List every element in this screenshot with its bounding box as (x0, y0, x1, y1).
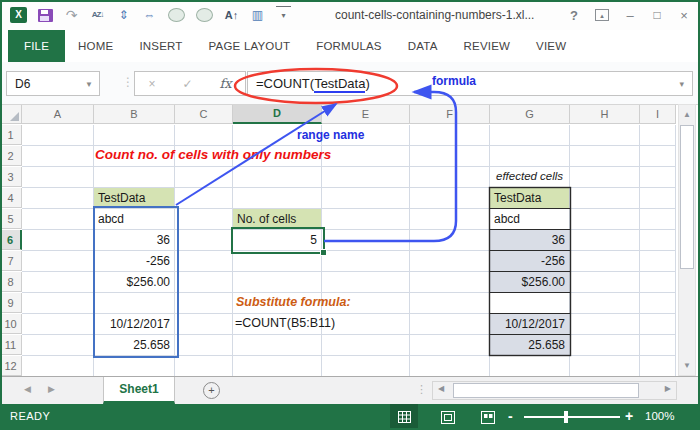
cell-E6[interactable] (322, 230, 410, 251)
sheet-tab[interactable]: Sheet1 (103, 377, 175, 404)
cell-I3[interactable] (640, 167, 676, 188)
cell-G12[interactable] (490, 356, 570, 377)
cell-C10[interactable] (175, 314, 233, 335)
sheet-nav-left-icon[interactable]: ◀ (24, 384, 31, 394)
cell-I4[interactable] (640, 188, 676, 209)
name-box[interactable]: D6▼ (6, 71, 100, 96)
cell-D8[interactable] (233, 272, 322, 293)
row-header-7[interactable]: 7 (0, 251, 22, 271)
vertical-scrollbar[interactable]: ▲ ▼ (678, 104, 696, 376)
zoom-slider-track[interactable] (524, 416, 620, 418)
column-header-B[interactable]: B (94, 104, 175, 124)
row-header-3[interactable]: 3 (0, 167, 22, 187)
ribbon-display-button[interactable]: ▴ (595, 9, 609, 21)
row-header-4[interactable]: 4 (0, 188, 22, 208)
close-button[interactable]: × (678, 9, 690, 22)
cell-I11[interactable] (640, 335, 676, 356)
cell-A2[interactable] (22, 146, 94, 167)
help-button[interactable]: ? (568, 9, 580, 22)
cell-F7[interactable] (410, 251, 490, 272)
row-header-11[interactable]: 11 (0, 335, 22, 355)
cell-F9[interactable] (410, 293, 490, 314)
cell-H2[interactable] (570, 146, 640, 167)
cell-D12[interactable] (233, 356, 322, 377)
cell-E10[interactable] (322, 314, 410, 335)
cell-I5[interactable] (640, 209, 676, 230)
cell-I6[interactable] (640, 230, 676, 251)
vertical-scroll-thumb[interactable] (680, 125, 694, 269)
minimize-button[interactable]: – (624, 9, 636, 22)
cell-B1[interactable] (94, 125, 175, 146)
cell-C7[interactable] (175, 251, 233, 272)
zoom-in-button[interactable]: + (625, 408, 633, 424)
cell-D4[interactable] (233, 188, 322, 209)
cell-A4[interactable] (22, 188, 94, 209)
row-header-12[interactable]: 12 (0, 356, 22, 376)
page-layout-view-icon[interactable] (434, 404, 462, 430)
circle-icon-2[interactable] (196, 8, 213, 22)
tab-page-layout[interactable]: PAGE LAYOUT (196, 30, 304, 62)
cell-D9[interactable] (233, 293, 322, 314)
cell-A12[interactable] (22, 356, 94, 377)
cell-F5[interactable] (410, 209, 490, 230)
cell-G6[interactable]: 36 (490, 230, 570, 251)
cell-H3[interactable] (570, 167, 640, 188)
horizontal-scroll-thumb[interactable] (453, 383, 639, 398)
cell-B4[interactable]: TestData (94, 188, 175, 209)
cell-H5[interactable] (570, 209, 640, 230)
horizontal-scrollbar[interactable]: ◀ ▶ (432, 381, 677, 400)
cell-D6[interactable]: 5 (233, 230, 322, 251)
qat-dropdown-icon[interactable]: ▾ (276, 6, 291, 24)
cell-B7[interactable]: -256 (94, 251, 175, 272)
column-header-I[interactable]: I (640, 104, 676, 124)
cell-H12[interactable] (570, 356, 640, 377)
cell-D10[interactable] (233, 314, 322, 335)
column-ruler-icon[interactable]: ▥ (250, 7, 265, 23)
cell-D2[interactable] (233, 146, 322, 167)
page-break-view-icon[interactable] (474, 404, 502, 430)
cell-B3[interactable] (94, 167, 175, 188)
cell-C8[interactable] (175, 272, 233, 293)
tab-file[interactable]: FILE (8, 30, 65, 62)
zoom-out-button[interactable]: - (508, 408, 513, 424)
cell-C9[interactable] (175, 293, 233, 314)
row-height-icon[interactable]: ⇕ (116, 7, 131, 23)
cell-A9[interactable] (22, 293, 94, 314)
cell-D5[interactable]: No. of cells (233, 209, 322, 230)
increase-font-icon[interactable]: A↑ (224, 7, 239, 23)
cell-B5[interactable]: abcd (94, 209, 175, 230)
cell-H7[interactable] (570, 251, 640, 272)
name-box-dropdown-icon[interactable]: ▼ (85, 72, 93, 97)
cell-F12[interactable] (410, 356, 490, 377)
zoom-percentage[interactable]: 100% (645, 410, 674, 422)
tab-view[interactable]: VIEW (523, 30, 579, 62)
cell-E4[interactable] (322, 188, 410, 209)
cell-F1[interactable] (410, 125, 490, 146)
cell-H1[interactable] (570, 125, 640, 146)
cell-A7[interactable] (22, 251, 94, 272)
insert-function-icon[interactable]: fx (219, 76, 231, 91)
cell-G10[interactable]: 10/12/2017 (490, 314, 570, 335)
cell-G9[interactable] (490, 293, 570, 314)
column-header-D[interactable]: D (233, 104, 322, 124)
scroll-up-icon[interactable]: ▲ (679, 106, 695, 123)
cell-H10[interactable] (570, 314, 640, 335)
cell-I2[interactable] (640, 146, 676, 167)
maximize-button[interactable]: □ (651, 9, 663, 21)
cell-G5[interactable]: abcd (490, 209, 570, 230)
cell-G2[interactable] (490, 146, 570, 167)
cell-E2[interactable] (322, 146, 410, 167)
sort-az-icon[interactable]: AZ↓ (90, 7, 105, 23)
cell-I12[interactable] (640, 356, 676, 377)
tab-home[interactable]: HOME (65, 30, 126, 62)
column-header-C[interactable]: C (175, 104, 233, 124)
tab-formulas[interactable]: FORMULAS (303, 30, 395, 62)
scroll-left-icon[interactable]: ◀ (438, 384, 444, 393)
column-header-F[interactable]: F (410, 104, 490, 124)
cell-C5[interactable] (175, 209, 233, 230)
cell-F3[interactable] (410, 167, 490, 188)
cell-B6[interactable]: 36 (94, 230, 175, 251)
cell-E3[interactable] (322, 167, 410, 188)
cell-C11[interactable] (175, 335, 233, 356)
cell-D11[interactable] (233, 335, 322, 356)
